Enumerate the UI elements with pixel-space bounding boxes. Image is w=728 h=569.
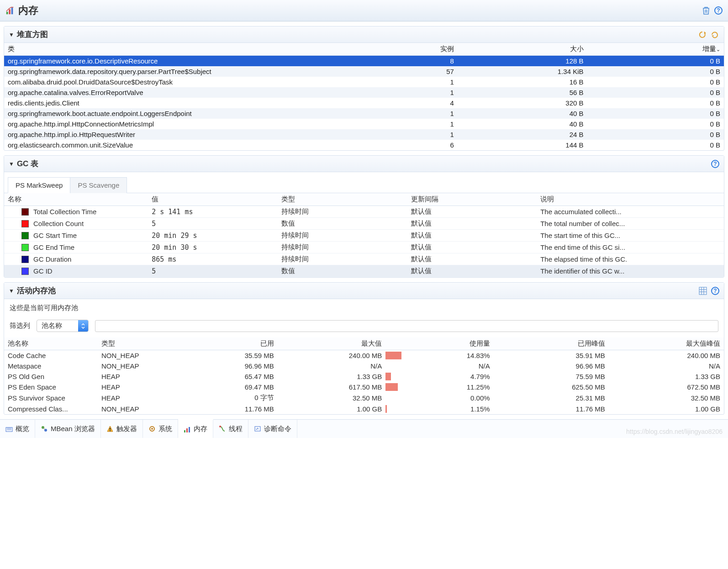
table-row[interactable]: org.springframework.core.io.DescriptiveR… [4,56,724,67]
table-row[interactable]: GC Start Time20 min 29 s持续时间默认值The start… [4,230,724,242]
col-value[interactable]: 值 [148,193,278,206]
col-instances[interactable]: 实例 [349,43,457,56]
help-icon[interactable]: ? [711,287,719,295]
col-size[interactable]: 大小 [458,43,587,56]
table-row[interactable]: org.elasticsearch.common.unit.SizeValue6… [4,140,724,150]
col-name[interactable]: 名称 [4,193,148,206]
table-row[interactable]: redis.clients.jedis.Client4320 B0 B [4,98,724,108]
table-row[interactable]: com.alibaba.druid.pool.DruidDataSource$D… [4,77,724,87]
table-row[interactable]: org.springframework.boot.actuate.endpoin… [4,108,724,119]
heap-section-title: 堆直方图 [17,29,48,40]
heap-histogram-section: ▼ 堆直方图 类 实例 大小 增量⌄ org.springframework.c… [4,26,724,151]
help-icon[interactable]: ? [711,160,719,168]
svg-rect-21 [184,430,185,432]
col-pool-usage[interactable]: 使用量 [385,337,493,350]
tab-threads[interactable]: 线程 [213,420,248,438]
help-icon[interactable]: ? [714,6,723,15]
page-title: 内存 [18,4,38,17]
tab-ps-scavenge[interactable]: PS Scavenge [70,177,127,193]
collapse-toggle[interactable]: ▼ [9,32,14,38]
filter-input[interactable] [95,320,718,332]
sort-indicator-icon: ⌄ [716,47,720,52]
svg-rect-18 [110,430,111,431]
col-pool-peak-used[interactable]: 已用峰值 [494,337,609,350]
grid-icon[interactable] [698,286,707,295]
watermark: https://blog.csdn.net/lijingyao8206 [626,428,723,435]
tab-ps-marksweep[interactable]: PS MarkSweep [8,177,70,193]
filter-label: 筛选列 [10,321,30,330]
svg-point-24 [219,426,221,427]
col-type[interactable]: 类型 [278,193,407,206]
svg-rect-0 [6,12,8,14]
threads-icon [219,425,226,432]
svg-point-20 [151,428,153,430]
chevron-updown-icon [78,320,88,332]
reset-delta-icon[interactable] [710,30,719,39]
table-row[interactable]: GC ID5数值默认值The identifier of this GC w..… [4,265,724,277]
col-pool-used[interactable]: 已用 [169,337,277,350]
table-row[interactable]: Compressed Clas...NON_HEAP11.76 MB1.00 G… [4,404,724,414]
col-interval[interactable]: 更新间隔 [407,193,537,206]
col-desc[interactable]: 说明 [537,193,724,206]
mbean-icon [41,425,48,432]
tab-diag[interactable]: 诊断命令 [248,420,297,438]
col-delta[interactable]: 增量⌄ [587,43,724,56]
table-row[interactable]: org.apache.http.impl.HttpConnectionMetri… [4,119,724,129]
overview-icon [5,425,13,432]
svg-rect-6 [699,287,707,295]
trigger-icon [106,425,114,432]
refresh-icon[interactable] [697,30,707,39]
memory-icon [5,6,15,15]
col-pool-name[interactable]: 池名称 [4,337,98,350]
memory-tab-icon [184,426,191,433]
filter-column-select[interactable]: 池名称 [37,320,89,332]
gc-table: 名称 值 类型 更新间隔 说明 Total Collection Time2 s… [4,193,724,277]
heap-table: 类 实例 大小 增量⌄ org.springframework.core.io.… [4,43,724,150]
system-icon [148,425,156,432]
bottom-tabs: 概览 MBean 浏览器 触发器 系统 内存 线程 诊断命令 [0,419,728,438]
table-row[interactable]: org.springframework.data.repository.quer… [4,66,724,77]
page-header: 内存 ? [0,0,728,21]
collapse-toggle[interactable]: ▼ [9,288,14,294]
pool-table: 池名称 类型 已用 最大值 使用量 已用峰值 最大值峰值 Code CacheN… [4,337,724,414]
table-row[interactable]: GC Duration865 ms持续时间默认值The elapsed time… [4,253,724,265]
col-pool-peak-max[interactable]: 最大值峰值 [609,337,724,350]
tab-overview[interactable]: 概览 [0,420,35,438]
svg-rect-1 [9,9,11,14]
gc-tabs: PS MarkSweep PS Scavenge [4,172,724,193]
table-row[interactable]: Total Collection Time2 s 141 ms持续时间默认值Th… [4,206,724,218]
trash-icon[interactable] [702,6,711,15]
memory-pool-section: ▼ 活动内存池 ? 这些是当前可用内存池 筛选列 池名称 池名称 类型 已用 最… [4,282,724,415]
pool-desc: 这些是当前可用内存池 [4,299,724,317]
svg-rect-2 [11,8,13,15]
tab-mbean[interactable]: MBean 浏览器 [35,420,101,438]
table-row[interactable]: PS Old GenHEAP65.47 MB1.33 GB4.79%75.59 … [4,371,724,382]
svg-rect-23 [189,427,190,432]
col-class[interactable]: 类 [4,43,349,56]
table-row[interactable]: GC End Time20 min 30 s持续时间默认值The end tim… [4,242,724,253]
svg-rect-25 [255,427,260,431]
table-row[interactable]: PS Eden SpaceHEAP69.47 MB617.50 MB11.25%… [4,382,724,392]
svg-line-16 [43,428,45,430]
collapse-toggle[interactable]: ▼ [9,161,14,167]
tab-trigger[interactable]: 触发器 [101,420,143,438]
table-row[interactable]: org.apache.catalina.valves.ErrorReportVa… [4,87,724,98]
table-row[interactable]: Code CacheNON_HEAP35.59 MB240.00 MB14.83… [4,350,724,361]
tab-system[interactable]: 系统 [143,420,178,438]
col-pool-max[interactable]: 最大值 [278,337,385,350]
tab-memory[interactable]: 内存 [178,419,213,438]
gc-section: ▼ GC 表 ? PS MarkSweep PS Scavenge 名称 值 类… [4,155,724,278]
svg-rect-17 [110,428,111,430]
pool-section-title: 活动内存池 [17,285,56,296]
col-pool-type[interactable]: 类型 [98,337,170,350]
svg-rect-22 [186,428,188,432]
table-row[interactable]: Collection Count5数值默认值The total number o… [4,218,724,230]
table-row[interactable]: PS Survivor SpaceHEAP0 字节32.50 MB0.00%25… [4,392,724,404]
table-row[interactable]: MetaspaceNON_HEAP96.96 MBN/AN/A96.96 MBN… [4,361,724,371]
gc-section-title: GC 表 [17,158,38,169]
table-row[interactable]: org.apache.http.impl.io.HttpRequestWrite… [4,129,724,140]
diag-icon [254,425,261,432]
